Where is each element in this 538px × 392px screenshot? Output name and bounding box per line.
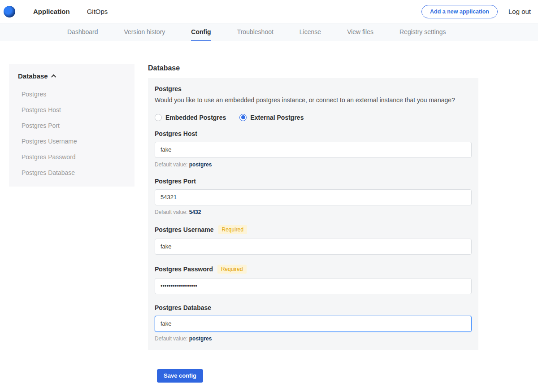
sidebar-item-postgres-username[interactable]: Postgres Username: [18, 133, 126, 149]
postgres-database-input[interactable]: [155, 316, 472, 332]
top-nav: Application GitOps Add a new application…: [0, 0, 538, 23]
subnav-version-history[interactable]: Version history: [124, 23, 165, 41]
logout-link[interactable]: Log out: [508, 8, 531, 15]
radio-external-postgres[interactable]: External Postgres: [239, 114, 304, 121]
field-postgres-username: Postgres Username Required: [155, 225, 472, 255]
field-default-hint: Default value: postgres: [155, 161, 472, 168]
subnav-registry-settings[interactable]: Registry settings: [399, 23, 446, 41]
top-right: Add a new application Log out: [421, 5, 531, 18]
sidebar-group-label: Database: [18, 72, 48, 80]
subnav-dashboard[interactable]: Dashboard: [67, 23, 98, 41]
sidebar-item-postgres-port[interactable]: Postgres Port: [18, 118, 126, 133]
sidebar-item-postgres-database[interactable]: Postgres Database: [18, 165, 126, 180]
postgres-type-radio-group: Embedded Postgres External Postgres: [155, 114, 472, 121]
field-label: Postgres Username: [155, 226, 214, 233]
hint-default-value: postgres: [189, 161, 212, 168]
field-label: Postgres Host: [155, 130, 197, 137]
field-postgres-port: Postgres Port Default value: 5432: [155, 178, 472, 215]
config-content: Database Postgres Would you like to use …: [148, 64, 478, 350]
app-logo-icon: [4, 6, 15, 17]
postgres-host-input[interactable]: [155, 142, 472, 158]
field-default-hint: Default value: postgres: [155, 335, 472, 342]
hint-prefix: Default value:: [155, 161, 189, 168]
radio-label: External Postgres: [250, 114, 304, 121]
field-label: Postgres Password: [155, 266, 213, 273]
page-title: Database: [148, 64, 478, 72]
sidebar-group-database[interactable]: Database: [18, 72, 126, 80]
required-badge: Required: [217, 265, 247, 274]
tab-application[interactable]: Application: [33, 5, 70, 18]
sidebar-item-postgres[interactable]: Postgres: [18, 86, 126, 102]
hint-default-value: postgres: [189, 335, 212, 342]
main-area: Database Postgres Postgres Host Postgres…: [0, 41, 538, 350]
postgres-port-input[interactable]: [155, 189, 472, 205]
hint-prefix: Default value:: [155, 335, 189, 342]
radio-circle-icon[interactable]: [155, 114, 162, 121]
postgres-username-input[interactable]: [155, 239, 472, 255]
tab-gitops[interactable]: GitOps: [87, 5, 108, 18]
add-application-button[interactable]: Add a new application: [421, 5, 498, 18]
subnav-troubleshoot[interactable]: Troubleshoot: [237, 23, 273, 41]
field-default-hint: Default value: 5432: [155, 209, 472, 215]
hint-default-value: 5432: [189, 209, 201, 215]
postgres-password-input[interactable]: [155, 278, 472, 294]
hint-prefix: Default value:: [155, 209, 189, 215]
radio-embedded-postgres[interactable]: Embedded Postgres: [155, 114, 226, 121]
save-config-button[interactable]: Save config: [157, 369, 203, 383]
radio-label: Embedded Postgres: [165, 114, 226, 121]
required-badge: Required: [218, 225, 247, 234]
top-tabs: Application GitOps: [33, 5, 108, 18]
field-postgres-password: Postgres Password Required: [155, 265, 472, 294]
chevron-up-icon: [51, 74, 56, 79]
section-description: Would you like to use an embedded postgr…: [155, 96, 472, 105]
field-postgres-database: Postgres Database Default value: postgre…: [155, 304, 472, 342]
sidebar-item-postgres-password[interactable]: Postgres Password: [18, 149, 126, 165]
config-sidebar: Database Postgres Postgres Host Postgres…: [9, 64, 134, 187]
field-label: Postgres Port: [155, 178, 196, 185]
section-name: Postgres: [155, 85, 472, 92]
field-postgres-host: Postgres Host Default value: postgres: [155, 130, 472, 168]
config-group-panel: Postgres Would you like to use an embedd…: [148, 78, 478, 350]
radio-circle-checked-icon[interactable]: [239, 114, 247, 121]
app-subnav: Dashboard Version history Config Trouble…: [0, 23, 538, 41]
subnav-config[interactable]: Config: [191, 23, 211, 41]
field-label: Postgres Database: [155, 304, 211, 311]
subnav-license[interactable]: License: [299, 23, 321, 41]
sidebar-item-postgres-host[interactable]: Postgres Host: [18, 102, 126, 118]
subnav-view-files[interactable]: View files: [347, 23, 373, 41]
